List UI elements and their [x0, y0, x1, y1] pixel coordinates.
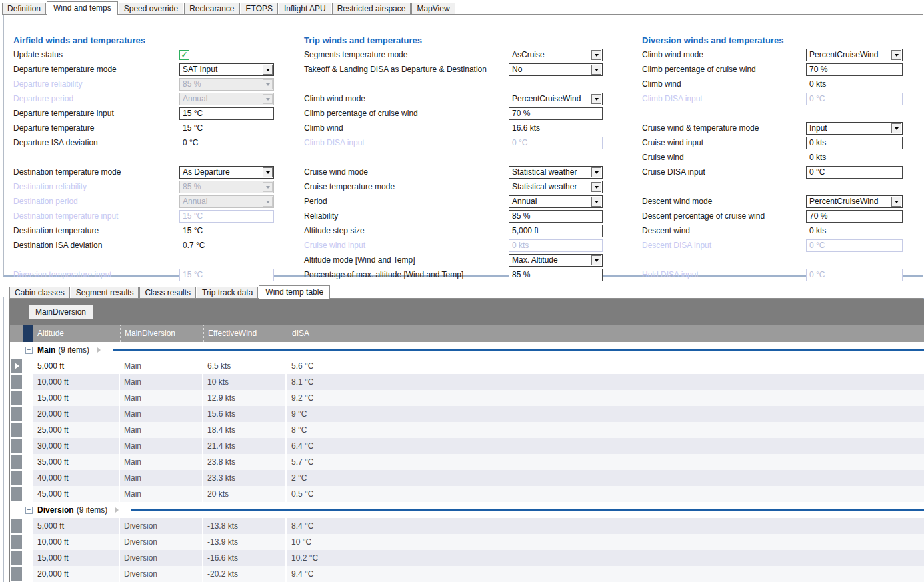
cruise-wind-input-input[interactable]: 0 kts: [806, 137, 903, 149]
table-row[interactable]: 20,000 ftDiversion-20.2 kts9.4 °C: [10, 566, 924, 582]
cruise-disa-input-input[interactable]: 0 °C: [806, 166, 903, 179]
descent-wind-mode-dropdown[interactable]: PercentCruiseWind: [806, 195, 903, 208]
row-selector[interactable]: [10, 486, 23, 502]
group-row-diversion[interactable]: −Diversion(9 items): [10, 502, 924, 518]
chevron-down-icon[interactable]: [591, 197, 601, 207]
tab-definition[interactable]: Definition: [2, 3, 46, 14]
chevron-down-icon[interactable]: [263, 65, 273, 75]
tab-restricted-airspace[interactable]: Restricted airspace: [332, 3, 411, 14]
collapse-group-icon[interactable]: −: [25, 347, 33, 354]
cell-altitude: 10,000 ft: [33, 534, 120, 550]
cruise-wind-temperature-mode-dropdown[interactable]: Input: [806, 122, 903, 135]
table-row[interactable]: 5,000 ftMain6.5 kts5.6 °C: [10, 358, 924, 374]
tab-etops[interactable]: ETOPS: [241, 3, 278, 14]
altitude-step-size-input[interactable]: 5,000 ft: [509, 225, 603, 237]
column-header-altitude[interactable]: Altitude: [33, 325, 120, 342]
table-row[interactable]: 30,000 ftMain21.4 kts6.4 °C: [10, 438, 924, 454]
form-row: Departure temperature modeSAT Input: [13, 62, 274, 77]
update-status-checkbox[interactable]: ✓: [179, 50, 189, 60]
chevron-down-icon[interactable]: [591, 50, 601, 60]
form-row: Hold DISA input0 °C: [642, 267, 903, 282]
row-selector[interactable]: [10, 406, 23, 422]
cell-disa: 5.6 °C: [287, 358, 924, 374]
chevron-down-icon[interactable]: [891, 50, 901, 60]
departure-temperature-input-input[interactable]: 15 °C: [179, 107, 274, 120]
table-row[interactable]: 25,000 ftMain18.4 kts8 °C: [10, 422, 924, 438]
collapse-group-icon[interactable]: −: [25, 507, 33, 514]
table-row[interactable]: 35,000 ftMain23.8 kts5.7 °C: [10, 454, 924, 470]
climb-wind-mode-dropdown[interactable]: PercentCruiseWind: [806, 49, 903, 61]
tab-inflight-apu[interactable]: Inflight APU: [279, 3, 331, 14]
row-selector[interactable]: [10, 518, 23, 534]
tab-wind-temp-table[interactable]: Wind temp table: [259, 285, 330, 299]
chevron-down-icon[interactable]: [591, 94, 601, 104]
group-row-main[interactable]: −Main(9 items): [10, 342, 924, 358]
tab-cabin-classes[interactable]: Cabin classes: [9, 287, 70, 298]
table-row[interactable]: 5,000 ftDiversion-13.8 kts8.4 °C: [10, 518, 924, 534]
form-row: Climb wind modePercentCruiseWind: [642, 47, 903, 62]
tab-segment-results[interactable]: Segment results: [71, 287, 139, 298]
altitude-mode-wind-and-temp-dropdown[interactable]: Max. Altitude: [509, 254, 603, 267]
table-row[interactable]: 10,000 ftMain10 kts8.1 °C: [10, 374, 924, 390]
chevron-down-icon[interactable]: [591, 65, 601, 75]
row-selector[interactable]: [10, 374, 23, 390]
destination-temperature-mode-dropdown[interactable]: As Departure: [179, 166, 274, 179]
cell-altitude: 20,000 ft: [33, 566, 120, 582]
column-header-effectivewind[interactable]: EffectiveWind: [203, 325, 287, 342]
row-selector[interactable]: [10, 358, 23, 374]
departure-temperature-mode-dropdown[interactable]: SAT Input: [179, 63, 274, 76]
form-row: Cruise wind modeStatistical weather: [304, 165, 603, 179]
tab-wind-and-temps[interactable]: Wind and temps: [47, 1, 118, 15]
destination-reliability-dropdown: 85 %: [179, 181, 274, 193]
departure-temperature-value: 15 °C: [179, 123, 203, 133]
table-row[interactable]: 15,000 ftMain12.9 kts9.2 °C: [10, 390, 924, 406]
tab-reclearance[interactable]: Reclearance: [184, 3, 239, 14]
form-row: Cruise DISA input0 °C: [642, 165, 903, 179]
table-row[interactable]: 10,000 ftDiversion-13.9 kts10 °C: [10, 534, 924, 550]
row-selector[interactable]: [10, 390, 23, 406]
climb-percentage-of-cruise-wind-input[interactable]: 70 %: [806, 63, 903, 76]
cell-altitude: 15,000 ft: [33, 390, 120, 406]
row-selector[interactable]: [10, 550, 23, 566]
row-selector[interactable]: [10, 438, 23, 454]
table-row[interactable]: 15,000 ftDiversion-16.6 kts10.2 °C: [10, 550, 924, 566]
row-selector[interactable]: [10, 534, 23, 550]
chevron-down-icon[interactable]: [591, 255, 601, 265]
chevron-down-icon[interactable]: [591, 182, 601, 192]
chevron-down-icon[interactable]: [263, 167, 273, 177]
cruise-temperature-mode-dropdown[interactable]: Statistical weather: [509, 181, 603, 193]
table-row[interactable]: 40,000 ftMain23.3 kts2 °C: [10, 470, 924, 486]
takeoff-landing-disa-as-departure-destination-dropdown[interactable]: No: [509, 63, 603, 76]
descent-percentage-of-cruise-wind-input[interactable]: 70 %: [806, 210, 903, 223]
row-selector[interactable]: [10, 470, 23, 486]
row-selector[interactable]: [10, 566, 23, 582]
chevron-down-icon[interactable]: [891, 123, 901, 133]
form-row: Descent DISA input0 °C: [642, 238, 903, 253]
table-row[interactable]: 45,000 ftMain20 kts0.5 °C: [10, 486, 924, 502]
control-area-departure-temperature: 15 °C: [179, 123, 274, 133]
tab-speed-override[interactable]: Speed override: [119, 3, 183, 14]
period-dropdown[interactable]: Annual: [509, 195, 603, 208]
cell-disa: 8 °C: [287, 422, 924, 438]
tab-mapview[interactable]: MapView: [411, 3, 455, 14]
cruise-wind-mode-dropdown[interactable]: Statistical weather: [509, 166, 603, 179]
table-row[interactable]: 20,000 ftMain15.6 kts9 °C: [10, 406, 924, 422]
row-selector[interactable]: [10, 422, 23, 438]
chevron-down-icon[interactable]: [591, 167, 601, 177]
form-row: Altitude step size5,000 ft: [304, 223, 603, 238]
climb-wind-mode-dropdown[interactable]: PercentCruiseWind: [509, 93, 603, 105]
reliability-input[interactable]: 85 %: [509, 210, 603, 223]
group-by-chip-maindiversion[interactable]: MainDiversion: [29, 305, 93, 319]
tab-class-results[interactable]: Class results: [139, 287, 196, 298]
segments-temperature-mode-dropdown[interactable]: AsCruise: [509, 49, 603, 61]
label-departure-isa-deviation: Departure ISA deviation: [13, 138, 179, 147]
tab-trip-track-data[interactable]: Trip track data: [197, 287, 258, 298]
dropdown-arrow-glyph: [266, 98, 270, 103]
form-row: Destination temperature input15 °C: [13, 209, 274, 223]
row-selector[interactable]: [10, 454, 23, 470]
column-header-maindiversion[interactable]: MainDiversion: [120, 325, 203, 342]
percentage-of-max-altitude-wind-and-temp-input[interactable]: 85 %: [509, 269, 603, 281]
climb-percentage-of-cruise-wind-input[interactable]: 70 %: [509, 107, 603, 120]
chevron-down-icon[interactable]: [891, 197, 901, 207]
column-header-disa[interactable]: dISA: [287, 325, 924, 342]
